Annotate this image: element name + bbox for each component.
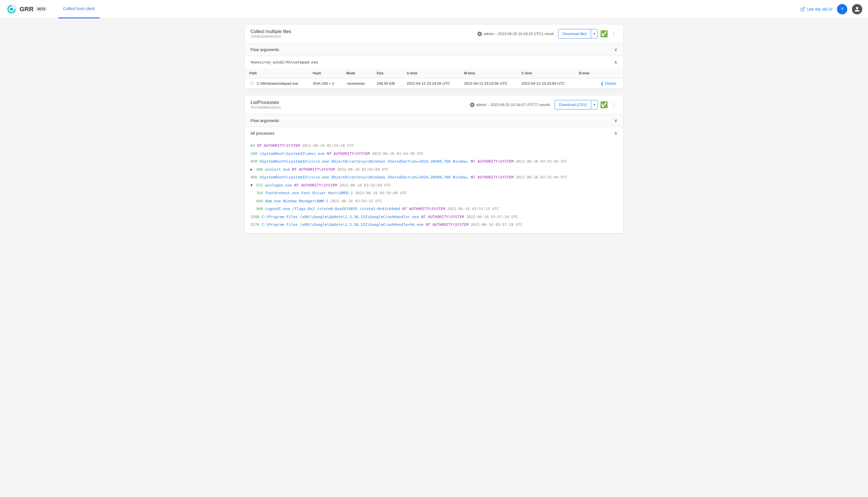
- user-84: NT AUTHORITY\SYSTEM: [257, 143, 300, 148]
- file-path-cell: 📄 C:/Windows/notepad.exe: [245, 79, 308, 89]
- app-header: GRR BETA Collect from client Use the old…: [0, 0, 868, 18]
- download-files-btn[interactable]: Download files ▾: [558, 29, 598, 39]
- path-section-1: %%environ_windir%%\notepad.exe ∧ Path Ha…: [245, 56, 623, 89]
- flow-success-icon-1: ✅: [600, 30, 608, 38]
- pid-572: 572: [256, 183, 263, 187]
- time-488: 2022-06-16 03:55:04 UTC: [337, 167, 389, 171]
- list-item: 844 dwm.exe Window Manager\DWM-1 2022-06…: [256, 197, 618, 205]
- collect-from-client-tab[interactable]: Collect from client: [58, 0, 99, 18]
- name-572: winlogon.exe: [265, 183, 292, 187]
- download-csv-main[interactable]: Download (CSV): [555, 100, 591, 109]
- avatar-icon: [854, 6, 860, 12]
- path-header-1[interactable]: %%environ_windir%%\notepad.exe ∧: [245, 56, 623, 68]
- list-item: 764 fontdrvhost.exe Font Driver Host\UMF…: [256, 189, 618, 197]
- file-path-value: C:/Windows/notepad.exe: [257, 81, 299, 86]
- file-table-header-row: Path Hash Mode Size A-time M-time C-time…: [245, 68, 623, 79]
- user-3176: NT AUTHORITY\SYSTEM: [426, 222, 469, 227]
- svg-line-2: [802, 8, 805, 10]
- flow-title-area-1: Collect multiple files 72E9D1DA0DAE5E09: [250, 29, 472, 39]
- pid-420: 420: [250, 159, 257, 164]
- user-420: NT AUTHORITY\SYSTEM: [471, 159, 513, 164]
- time-2388: 2022-06-16 03:57:29 UTC: [466, 215, 518, 219]
- col-actions: [596, 68, 623, 79]
- flow-more-icon-1[interactable]: ⋮: [610, 30, 618, 38]
- pid-764: 764: [256, 191, 263, 195]
- download-files-main[interactable]: Download files: [559, 29, 591, 38]
- download-files-dropdown[interactable]: ▾: [591, 30, 597, 38]
- list-item: 420 %SystemRoot%\system32\csrss.exe Obje…: [250, 157, 618, 166]
- time-420: 2022-06-16 03:55:04 UTC: [516, 159, 567, 164]
- flow-args-header-1[interactable]: Flow arguments ∨: [245, 43, 623, 56]
- flow-args-section-1: Flow arguments ∨: [245, 43, 623, 56]
- logo-text: GRR: [19, 5, 33, 13]
- svg-point-1: [10, 8, 13, 11]
- expand-icon-572[interactable]: ▼: [250, 183, 253, 187]
- time-3176: 2022-06-16 03:57:29 UTC: [471, 222, 522, 227]
- processes-header-title: All processes: [250, 131, 274, 136]
- flow-args-title-2: Flow arguments: [250, 118, 279, 123]
- pid-488: 488: [256, 167, 263, 171]
- header-right: Use the old UI ?: [800, 4, 862, 14]
- help-button[interactable]: ?: [837, 4, 847, 14]
- download-csv-dropdown[interactable]: ▾: [591, 101, 597, 109]
- details-label: Details: [605, 81, 617, 86]
- list-item: 2388 C:\Program Files (x86)\Google\Updat…: [250, 213, 618, 221]
- list-item: ▶ 488 wininit.exe NT AUTHORITY\SYSTEM 20…: [250, 166, 618, 173]
- flow-actions-1: 1 result Download files ▾ ✅ ⋮: [541, 29, 618, 39]
- processes-header[interactable]: All processes ∧: [245, 127, 623, 139]
- name-764: fontdrvhost.exe: [265, 191, 299, 195]
- grr-logo-icon: [6, 3, 17, 15]
- flow-actions-2: 77 results Download (CSV) ▾ ✅ ⋮: [534, 100, 618, 110]
- name-844: dwm.exe: [265, 199, 281, 203]
- time-496: 2022-06-16 03:55:04 UTC: [516, 175, 567, 179]
- pid-3176: 3176: [250, 222, 259, 227]
- flow-args-chevron-2: ∨: [614, 118, 618, 123]
- pid-2388: 2388: [250, 215, 259, 219]
- file-icon: 📄: [249, 81, 254, 86]
- admin-icon-1: ●: [477, 32, 482, 36]
- user-avatar[interactable]: [852, 4, 862, 14]
- old-ui-link[interactable]: Use the old UI: [800, 7, 833, 12]
- user-488: NT AUTHORITY\SYSTEM: [292, 167, 335, 171]
- flow-args-section-2: Flow arguments ∨: [245, 114, 623, 127]
- user-496: NT AUTHORITY\SYSTEM: [471, 175, 513, 179]
- flow-card-2-header: ListProcesses 7D2C89DBAE1EA622 ● admin –…: [245, 95, 623, 114]
- file-btime-cell: [574, 79, 596, 89]
- time-84: 2022-06-16 03:54:28 UTC: [302, 143, 354, 148]
- name-280: \SystemRoot\System32\smss.exe: [259, 152, 324, 156]
- time-844: 2022-06-16 03:55:15 UTC: [330, 199, 382, 203]
- args-844: Window Manager\DWM-1: [283, 199, 328, 203]
- file-table-1: Path Hash Mode Size A-time M-time C-time…: [245, 68, 623, 89]
- pid-968: 968: [256, 207, 263, 211]
- pid-280: 280: [250, 152, 257, 156]
- download-csv-btn[interactable]: Download (CSV) ▾: [555, 100, 598, 110]
- col-ctime: C-time: [517, 68, 575, 79]
- file-ctime-cell: 2022-04-12 23:24:56 UTC: [517, 79, 575, 89]
- file-details-cell: ❮ Details: [596, 79, 623, 89]
- details-chevron: ❮: [601, 81, 604, 86]
- user-280: NT AUTHORITY\SYSTEM: [327, 152, 370, 156]
- beta-badge: BETA: [36, 7, 47, 11]
- name-2388: C:\Program Files (x86)\Google\Update\1.3…: [262, 215, 419, 219]
- result-count-1: 1 result: [541, 32, 554, 36]
- col-mode: Mode: [342, 68, 372, 79]
- col-size: Size: [372, 68, 402, 79]
- flow-more-icon-2[interactable]: ⋮: [610, 101, 618, 109]
- expand-icon-488[interactable]: ▶: [250, 167, 253, 171]
- name-420: %SystemRoot%\system32\csrss.exe ObjectDi…: [259, 159, 468, 164]
- pid-844: 844: [256, 199, 263, 203]
- details-link[interactable]: ❮ Details: [601, 81, 619, 86]
- col-atime: A-time: [402, 68, 460, 79]
- flow-title-1: Collect multiple files: [250, 29, 472, 34]
- process-list: 84 NT AUTHORITY\SYSTEM 2022-06-16 03:54:…: [245, 139, 623, 233]
- col-mtime: M-time: [460, 68, 517, 79]
- flow-id-1: 72E9D1DA0DAE5E09: [250, 35, 472, 39]
- file-atime-cell: 2022-04-12 23:24:56 UTC: [402, 79, 460, 89]
- list-item: 280 \SystemRoot\System32\smss.exe NT AUT…: [250, 150, 618, 158]
- name-968: LogonUI.exe: [265, 207, 290, 211]
- external-link-icon: [800, 7, 805, 12]
- flow-args-header-2[interactable]: Flow arguments ∨: [245, 114, 623, 127]
- list-item: 3176 C:\Program Files (x86)\Google\Updat…: [250, 221, 618, 229]
- processes-chevron: ∧: [614, 130, 618, 136]
- flow-meta-text-1: admin – 2022-06-20 10:18:15 UTC: [484, 32, 541, 36]
